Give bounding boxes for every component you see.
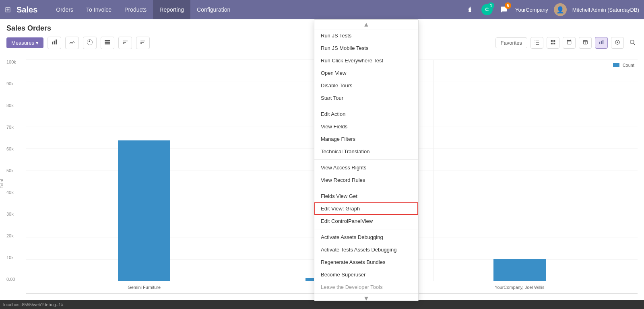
divider-1 (314, 106, 418, 106)
nav-orders[interactable]: Orders (50, 0, 80, 19)
divider-4 (314, 229, 418, 229)
bar-gemini-rect (118, 140, 170, 281)
activity-icon[interactable]: C 1 (481, 4, 493, 15)
table-view-btn[interactable] (579, 37, 592, 49)
divider-3 (314, 188, 418, 188)
svg-point-14 (617, 41, 618, 43)
bar-gemini (118, 140, 170, 281)
measures-button[interactable]: Measures ▾ (6, 37, 43, 48)
y-tick-100k: 100k (6, 60, 23, 64)
toolbar-right: Favorites (495, 37, 638, 49)
svg-rect-5 (105, 43, 110, 45)
nav-configuration[interactable]: Configuration (190, 0, 237, 19)
y-tick-90k: 90k (6, 81, 23, 86)
topnav: ⊞ Sales Orders To Invoice Products Repor… (0, 0, 644, 19)
menu-run-click-everywhere[interactable]: Run Click Everywhere Test (314, 54, 418, 67)
menu-fields-view-get[interactable]: Fields View Get (314, 190, 418, 202)
topnav-menu: Orders To Invoice Products Reporting Con… (50, 0, 464, 19)
sort-desc-icon[interactable] (136, 37, 150, 49)
y-tick-60k: 60k (6, 146, 23, 151)
menu-activate-assets-debugging[interactable]: Activate Assets Debugging (314, 231, 418, 243)
menu-edit-view-graph[interactable]: Edit View: Graph (314, 202, 418, 215)
menu-edit-control-panel[interactable]: Edit ControlPanelView (314, 215, 418, 227)
bar-joel (493, 259, 546, 281)
menu-activate-tests-assets-debugging[interactable]: Activate Tests Assets Debugging (314, 243, 418, 256)
menu-become-superuser[interactable]: Become Superuser (314, 268, 418, 281)
pie-chart-icon[interactable] (83, 37, 97, 49)
svg-rect-2 (56, 39, 57, 44)
nav-reporting[interactable]: Reporting (153, 0, 190, 19)
svg-rect-11 (601, 41, 602, 44)
menu-view-fields[interactable]: View Fields (314, 120, 418, 133)
svg-rect-10 (599, 42, 600, 44)
favorites-button[interactable]: Favorites (495, 37, 527, 48)
graph-view-btn[interactable] (595, 37, 608, 49)
menu-run-js-mobile[interactable]: Run JS Mobile Tests (314, 42, 418, 54)
menu-edit-action[interactable]: Edit Action (314, 108, 418, 120)
nav-to-invoice[interactable]: To Invoice (80, 0, 118, 19)
status-bar: localhost:8555/web?debug=1# (0, 300, 644, 309)
svg-rect-7 (553, 40, 555, 42)
chat-badge: 5 (505, 2, 511, 9)
y-tick-40k: 40k (6, 190, 23, 195)
menu-regenerate-assets[interactable]: Regenerate Assets Bundles (314, 256, 418, 268)
menu-open-view[interactable]: Open View (314, 67, 418, 79)
avatar[interactable]: 👤 (554, 3, 567, 16)
debug-icon[interactable] (464, 4, 476, 15)
menu-technical-translation[interactable]: Technical Translation (314, 145, 418, 158)
svg-rect-4 (105, 42, 110, 43)
bar-joel-rect (493, 259, 546, 281)
y-label-total: Total (0, 179, 4, 188)
y-tick-0: 0.00 (6, 277, 23, 282)
scroll-up-btn[interactable]: ▲ (314, 20, 418, 29)
search-button[interactable] (627, 37, 638, 49)
brand-name[interactable]: Sales (17, 5, 37, 14)
bar-chart-icon[interactable] (47, 37, 61, 49)
topnav-right: C 1 5 YourCompany 👤 Mitchell Admin (Satu… (464, 3, 639, 16)
svg-rect-3 (105, 40, 110, 41)
grid-icon[interactable]: ⊞ (5, 5, 11, 14)
svg-rect-9 (553, 43, 555, 44)
username[interactable]: Mitchell Admin (SaturdayDB) (572, 7, 639, 13)
svg-rect-6 (551, 40, 553, 42)
legend-label-1: Count (623, 63, 634, 68)
y-tick-50k: 50k (6, 168, 23, 173)
y-tick-70k: 70k (6, 125, 23, 130)
line-chart-icon[interactable] (65, 37, 79, 49)
svg-point-15 (630, 40, 634, 43)
menu-manage-filters[interactable]: Manage Filters (314, 133, 418, 145)
menu-start-tour[interactable]: Start Tour (314, 92, 418, 104)
svg-rect-1 (54, 41, 55, 44)
svg-rect-8 (551, 43, 553, 44)
stack-icon[interactable] (101, 37, 114, 49)
dropdown-menu: ▲ Run JS Tests Run JS Mobile Tests Run C… (314, 19, 419, 301)
y-tick-20k: 20k (6, 233, 23, 238)
x-label-gemini: Gemini Furniture (118, 285, 170, 290)
svg-rect-0 (52, 42, 53, 45)
menu-leave-developer-tools[interactable]: Leave the Developer Tools (314, 281, 418, 293)
y-tick-30k: 30k (6, 212, 23, 216)
menu-run-js-tests[interactable]: Run JS Tests (314, 29, 418, 42)
calendar-view-btn[interactable] (563, 37, 576, 49)
menu-view-record-rules[interactable]: View Record Rules (314, 174, 418, 186)
menu-view-access-rights[interactable]: View Access Rights (314, 161, 418, 174)
svg-rect-12 (603, 40, 603, 44)
sort-asc-icon[interactable] (118, 37, 132, 49)
status-url: localhost:8555/web?debug=1# (3, 302, 64, 307)
svg-line-16 (634, 43, 635, 45)
y-tick-10k: 10k (6, 255, 23, 260)
x-label-joel: YourCompany, Joel Willis (493, 285, 546, 290)
y-tick-80k: 80k (6, 103, 23, 108)
legend: Count (613, 63, 634, 68)
company-name[interactable]: YourCompany (515, 7, 548, 13)
divider-2 (314, 159, 418, 160)
legend-color-1 (613, 63, 619, 67)
nav-products[interactable]: Products (118, 0, 153, 19)
list-view-btn[interactable] (530, 37, 543, 49)
kanban-view-btn[interactable] (547, 37, 559, 49)
menu-disable-tours[interactable]: Disable Tours (314, 79, 418, 92)
chat-icon[interactable]: 5 (498, 4, 510, 15)
pivot-view-btn[interactable] (611, 37, 624, 49)
scroll-down-btn[interactable]: ▼ (314, 293, 418, 301)
activity-badge: 1 (488, 2, 494, 9)
